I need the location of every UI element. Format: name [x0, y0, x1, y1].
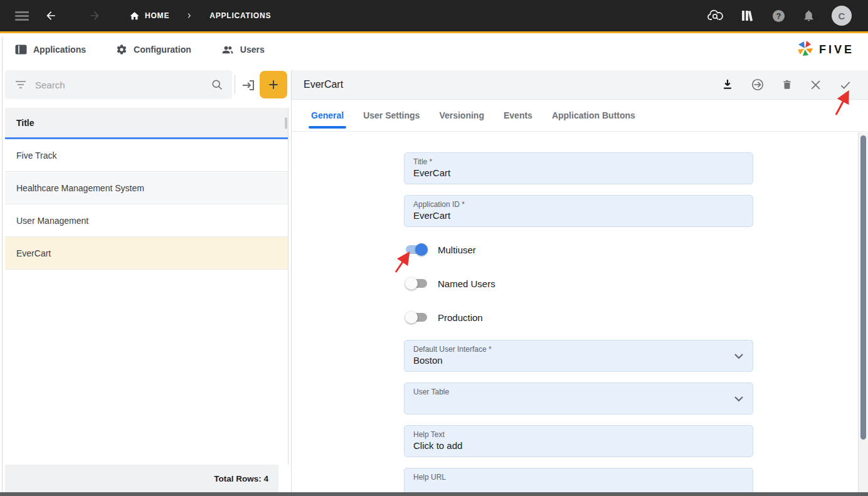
default-user-interface-select[interactable]: Default User Interface * Boston	[404, 340, 753, 372]
help-icon[interactable]: ?	[771, 9, 786, 23]
avatar[interactable]: C	[832, 6, 852, 26]
cloud-search-icon[interactable]	[707, 9, 724, 23]
toggle-group: Multiuser Named Users Production	[405, 241, 753, 325]
module-tab-applications[interactable]: Applications	[15, 45, 86, 55]
default-user-interface-value: Boston	[413, 355, 744, 366]
menu-icon[interactable]	[15, 11, 29, 21]
named-users-toggle-row: Named Users	[405, 275, 753, 292]
tab-application-buttons[interactable]: Application Buttons	[552, 100, 635, 131]
breadcrumb-home[interactable]: HOME	[145, 11, 169, 20]
avatar-letter: C	[839, 11, 845, 21]
application-id-field-value: EverCart	[413, 210, 744, 221]
chevron-down-icon[interactable]	[734, 353, 744, 359]
top-bar: HOME APPLICATIONS ?	[0, 0, 868, 33]
title-field[interactable]: Title * EverCart	[404, 152, 753, 184]
notifications-icon[interactable]	[802, 9, 815, 23]
window-edge-divider	[2, 36, 3, 496]
applications-list-panel: Title Five Track Healthcare Management S…	[5, 70, 288, 496]
module-tab-users[interactable]: Users	[221, 45, 265, 55]
named-users-toggle[interactable]	[405, 277, 428, 290]
close-icon[interactable]	[810, 79, 822, 91]
add-application-button[interactable]	[260, 71, 287, 98]
column-header-title[interactable]: Title	[5, 108, 288, 139]
tab-versioning[interactable]: Versioning	[439, 100, 484, 131]
module-bar: Applications Configuration Users FIVE	[0, 35, 868, 64]
sidebar-layout-icon	[15, 45, 27, 55]
detail-title: EverCart	[304, 79, 343, 90]
detail-scrollbar[interactable]	[858, 132, 868, 496]
search-field[interactable]	[5, 70, 232, 99]
search-toolbar	[5, 70, 288, 99]
production-toggle-row: Production	[405, 309, 753, 325]
title-field-value: EverCart	[413, 167, 744, 179]
gear-icon	[116, 44, 127, 55]
breadcrumb: HOME APPLICATIONS	[103, 11, 271, 21]
module-tab-label: Configuration	[134, 45, 191, 55]
search-icon[interactable]	[211, 78, 223, 91]
module-tab-configuration[interactable]: Configuration	[116, 44, 191, 55]
grid-scrollbar-thumb[interactable]	[285, 117, 287, 129]
application-id-field[interactable]: Application ID * EverCart	[404, 195, 753, 227]
import-icon[interactable]	[240, 77, 257, 94]
user-table-select[interactable]: User Table	[404, 383, 753, 414]
total-rows-label: Total Rows: 4	[214, 474, 268, 483]
chevron-down-icon[interactable]	[734, 396, 744, 402]
detail-scrollbar-thumb[interactable]	[860, 135, 866, 440]
tab-user-settings[interactable]: User Settings	[363, 100, 420, 131]
total-rows-footer: Total Rows: 4	[5, 465, 278, 492]
multiuser-toggle[interactable]	[405, 243, 428, 256]
module-tab-label: Applications	[33, 45, 86, 55]
trash-icon[interactable]	[781, 78, 793, 91]
svg-text:?: ?	[776, 11, 781, 20]
default-user-interface-label: Default User Interface *	[413, 345, 744, 354]
filter-icon[interactable]	[15, 80, 26, 89]
help-text-field[interactable]: Help Text Click to add	[404, 425, 753, 457]
five-logo-text: FIVE	[819, 43, 854, 56]
user-table-value	[413, 398, 744, 409]
module-tab-label: Users	[240, 45, 265, 55]
help-text-label: Help Text	[413, 430, 744, 439]
list-item[interactable]: Healthcare Management System	[5, 172, 288, 204]
multiuser-toggle-label: Multiuser	[438, 245, 476, 255]
people-icon	[221, 45, 234, 55]
column-header-label: Title	[16, 118, 34, 128]
title-field-label: Title *	[413, 157, 744, 166]
user-table-label: User Table	[413, 388, 744, 396]
application-detail-panel: EverCart	[291, 70, 868, 496]
forward-arrow-icon[interactable]	[87, 8, 103, 24]
list-item[interactable]: User Management	[5, 204, 288, 237]
multiuser-toggle-row: Multiuser	[405, 241, 753, 258]
home-icon[interactable]	[129, 11, 140, 21]
five-logo-mark	[797, 40, 814, 59]
tab-events[interactable]: Events	[504, 100, 532, 131]
application-id-field-label: Application ID *	[413, 200, 744, 209]
five-logo: FIVE	[797, 40, 854, 59]
production-toggle[interactable]	[405, 311, 428, 324]
list-item[interactable]: Five Track	[5, 139, 288, 172]
chevron-right-icon	[186, 12, 193, 19]
detail-tabs: General User Settings Versioning Events …	[292, 100, 868, 132]
detail-header: EverCart	[292, 70, 868, 100]
list-item-selected[interactable]: EverCart	[5, 237, 288, 270]
horizontal-scrollbar[interactable]	[0, 492, 868, 496]
breadcrumb-current: APPLICATIONS	[209, 11, 271, 20]
library-icon[interactable]	[740, 9, 755, 23]
applications-grid: Title Five Track Healthcare Management S…	[5, 108, 288, 465]
download-icon[interactable]	[721, 78, 734, 91]
help-text-value: Click to add	[413, 440, 744, 451]
help-url-label: Help URL	[413, 473, 744, 482]
search-input[interactable]	[35, 80, 211, 90]
tab-general[interactable]: General	[311, 100, 344, 131]
general-tab-content: Title * EverCart Application ID * EverCa…	[292, 132, 858, 496]
toolbar-divider	[235, 75, 235, 94]
named-users-toggle-label: Named Users	[438, 278, 495, 289]
back-arrow-icon[interactable]	[43, 8, 59, 24]
production-toggle-label: Production	[438, 312, 483, 323]
deploy-arrow-circle-icon[interactable]	[751, 78, 765, 92]
save-check-icon[interactable]	[839, 79, 852, 91]
